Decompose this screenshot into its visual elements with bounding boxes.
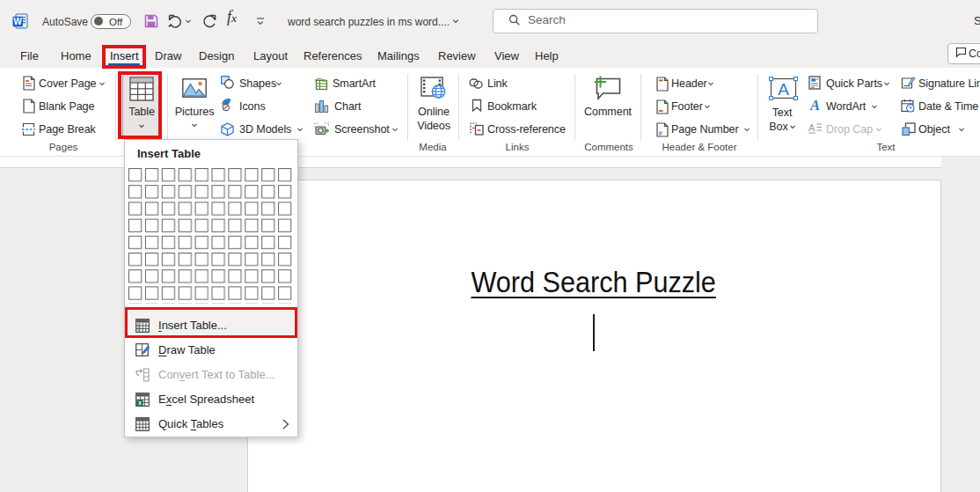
svg-text:A: A (808, 122, 815, 133)
svg-text:x: x (138, 400, 142, 406)
svg-text:A: A (778, 80, 789, 99)
svg-text:A: A (809, 98, 820, 113)
svg-text:W: W (13, 17, 22, 26)
